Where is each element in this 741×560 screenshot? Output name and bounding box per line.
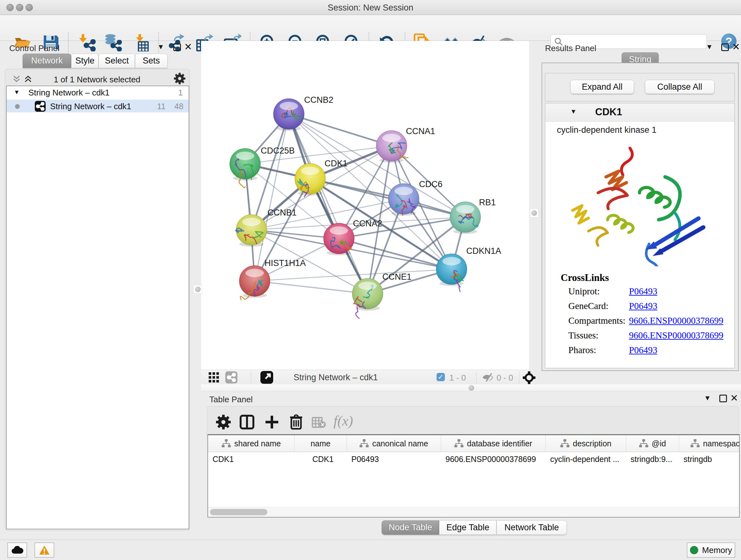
network-node-CCNE1[interactable] (352, 278, 383, 318)
column-header-name[interactable]: name (294, 435, 347, 452)
network-canvas[interactable]: CCNB2CCNA1CDC25BCDK1CDC6RB1CCNB1CCNA2CDK… (201, 41, 529, 370)
table-cell[interactable]: CDK1 (208, 452, 294, 466)
network-node-HIST1H1A[interactable] (239, 266, 270, 300)
network-node-count: 11 (157, 102, 165, 111)
right-splitter-handle[interactable] (530, 208, 539, 217)
column-header-databaseidentifier[interactable]: database identifier (441, 435, 546, 452)
network-tree: ▼ String Network – cdk1 1 String Network… (6, 85, 189, 530)
tab-network[interactable]: Network (23, 54, 71, 68)
column-header-id[interactable]: @id (626, 435, 679, 452)
network-options-gear-icon[interactable] (174, 73, 185, 85)
crosslink-link[interactable]: 9606.ENSP00000378699 (629, 315, 724, 326)
results-panel-title: Results Panel (545, 44, 596, 53)
table-panel-float-icon[interactable] (719, 395, 727, 402)
table-header-row: shared namenamecanonical namedatabase id… (208, 435, 739, 452)
network-edge-HIST1H1A-CCNE1[interactable] (255, 281, 367, 294)
table-panel-menu-icon[interactable]: ▼ (704, 394, 711, 402)
tab-style[interactable]: Style (71, 54, 98, 68)
protein-name: CDK1 (595, 106, 622, 118)
column-header-namespace[interactable]: namespace (679, 435, 740, 452)
node-label-RB1: RB1 (479, 198, 496, 207)
network-node-CDC6[interactable] (388, 184, 419, 216)
table-cell[interactable]: P06493 (347, 452, 441, 466)
control-panel-float-icon[interactable] (173, 44, 181, 51)
table-row[interactable]: CDK1CDK1P064939606.ENSP00000378699cyclin… (208, 452, 739, 466)
control-panel-close-icon[interactable]: ✕ (184, 43, 192, 51)
string-results-box: Expand All Collapse All ▼ CDK1 cyclin-de… (542, 63, 739, 371)
tab-node-table[interactable]: Node Table (382, 520, 439, 535)
network-row-selected[interactable]: String Network – cdk1 11 48 (7, 100, 189, 112)
delete-column-trash-icon[interactable] (288, 414, 304, 431)
table-cell[interactable]: CDK1 (294, 452, 347, 466)
shared-column-icon (359, 439, 369, 448)
cloud-status-button[interactable] (7, 543, 27, 558)
network-node-CCNB1[interactable] (235, 214, 267, 247)
network-node-CCNA1[interactable] (376, 131, 408, 163)
left-splitter-handle[interactable] (193, 285, 202, 294)
network-node-CDKN1A[interactable] (436, 254, 467, 292)
network-edge-CDKN1A-HIST1H1A[interactable] (255, 269, 452, 281)
protein-structure-image (558, 138, 718, 267)
network-node-CDK1[interactable] (295, 164, 326, 197)
tab-edge-table[interactable]: Edge Table (439, 520, 496, 535)
title-bar: Session: New Session (0, 0, 741, 15)
protein-collapse-icon[interactable]: ▼ (570, 108, 577, 115)
node-label-CCNA2: CCNA2 (353, 219, 382, 228)
network-collection-row[interactable]: ▼ String Network – cdk1 1 (7, 86, 189, 100)
node-label-CCNE1: CCNE1 (382, 272, 412, 282)
tab-sets[interactable]: Sets (135, 54, 167, 68)
crosslink-link[interactable]: P06493 (629, 286, 657, 297)
results-panel-menu-icon[interactable]: ▼ (706, 43, 713, 51)
protein-card-header[interactable]: ▼ CDK1 (545, 104, 734, 122)
tab-network-table[interactable]: Network Table (496, 520, 567, 535)
results-panel-close-icon[interactable]: ✕ (732, 43, 740, 51)
network-share-view-icon[interactable] (225, 371, 238, 383)
table-panel-close-icon[interactable]: ✕ (730, 394, 738, 402)
results-panel-float-icon[interactable] (721, 44, 729, 51)
net-toolbar-separator (251, 371, 251, 383)
table-hscrollbar-thumb[interactable] (210, 509, 267, 515)
warnings-button[interactable] (35, 543, 54, 558)
open-in-window-icon[interactable] (260, 371, 273, 384)
column-header-label: database identifier (467, 439, 532, 448)
expand-all-button[interactable]: Expand All (570, 80, 634, 94)
column-header-sharedname[interactable]: shared name (208, 435, 294, 452)
table-panel-title: Table Panel (209, 395, 253, 405)
memory-button[interactable]: Memory (687, 543, 735, 558)
show-columns-icon[interactable] (239, 414, 255, 431)
main-toolbar: ? (0, 15, 741, 41)
column-header-label: shared name (234, 439, 281, 448)
column-header-canonicalname[interactable]: canonical name (347, 435, 441, 452)
grid-view-icon[interactable] (209, 372, 219, 384)
network-type-icon (35, 101, 46, 112)
hidden-count: 0 - 0 (496, 373, 513, 383)
network-node-CCNA2[interactable] (324, 223, 354, 255)
tab-select[interactable]: Select (98, 54, 135, 68)
collapse-all-button[interactable]: Collapse All (645, 80, 715, 94)
horizontal-splitter[interactable] (201, 384, 741, 392)
crosslink-link[interactable]: P06493 (629, 301, 657, 311)
table-settings-gear-icon[interactable] (216, 415, 231, 431)
node-label-HIST1H1A: HIST1H1A (265, 258, 306, 268)
table-cell[interactable]: stringdb (679, 452, 740, 466)
crosslink-link[interactable]: 9606.ENSP00000378699 (629, 330, 724, 341)
table-cell[interactable]: stringdb:9... (626, 452, 679, 466)
collection-expand-icon[interactable]: ▼ (14, 89, 20, 96)
network-edge-CCNB2-HIST1H1A[interactable] (255, 114, 289, 281)
create-column-icon[interactable] (264, 414, 280, 431)
selected-nodes-checkbox-icon[interactable]: ✓ (436, 373, 445, 381)
network-node-RB1[interactable] (450, 202, 481, 234)
network-edge-CCNB2-CCNA1[interactable] (289, 114, 392, 146)
table-cell[interactable]: cyclin-dependent ... (546, 452, 626, 466)
protein-description: cyclin-dependent kinase 1 (557, 125, 657, 135)
table-hscrollbar[interactable] (208, 507, 739, 517)
control-panel: Control Panel ▼ ✕ NetworkStyleSelectSets… (5, 41, 189, 530)
network-name: String Network – cdk1 (50, 102, 131, 111)
control-panel-menu-icon[interactable]: ▼ (157, 43, 164, 51)
network-node-CDC25B[interactable] (230, 148, 260, 188)
column-header-description[interactable]: description (546, 435, 626, 452)
crosslink-link[interactable]: P06493 (629, 345, 657, 355)
birdseye-crosshair-icon[interactable] (523, 371, 536, 385)
horizontal-splitter-dot[interactable] (468, 385, 474, 391)
table-cell[interactable]: 9606.ENSP00000378699 (441, 452, 546, 466)
